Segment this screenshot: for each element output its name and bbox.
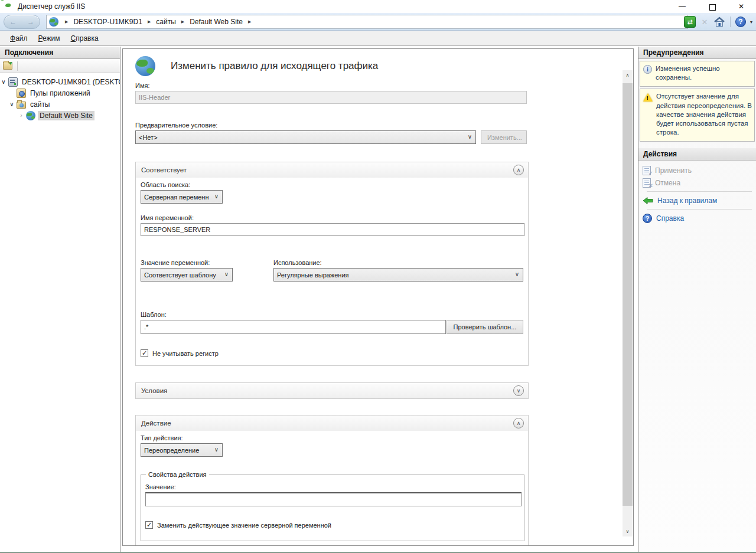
toolbar-separator <box>17 61 18 71</box>
menu-help[interactable]: Справка <box>66 32 104 44</box>
back-nav-icon[interactable]: ← <box>9 18 17 26</box>
alerts-header: Предупреждения <box>638 47 756 59</box>
alert-text: Отсутствует значение для действия переоп… <box>656 92 752 137</box>
apply-icon: ✓ <box>643 166 651 175</box>
breadcrumb-server[interactable]: DESKTOP-U1MK9D1 <box>72 18 143 26</box>
warning-icon: ! <box>643 93 653 102</box>
ignore-case-checkbox[interactable]: ✓ <box>141 349 148 357</box>
breadcrumb-sites[interactable]: сайты <box>155 18 177 26</box>
conditions-section: Условия ∨ <box>135 382 529 399</box>
edit-precondition-button: Изменить... <box>481 130 527 144</box>
connections-panel: Подключения ∨ DESKTOP-U1MK9D1 (DESKTOP П… <box>0 47 120 552</box>
close-button[interactable]: ✕ <box>726 0 756 13</box>
value-input[interactable] <box>145 492 522 506</box>
create-connection-icon[interactable] <box>3 62 12 70</box>
tree-item-label-selected[interactable]: Default Web Site <box>38 111 94 120</box>
vertical-scrollbar[interactable]: ∧ ∨ <box>623 70 633 536</box>
cancel-action: ✕ Отмена <box>643 176 756 189</box>
chevron-down-icon: ∨ <box>515 271 519 277</box>
action-section-title: Действие <box>141 420 171 427</box>
scrollbar-thumb[interactable] <box>623 83 633 506</box>
action-section-body: Тип действия: Переопределение ∨ Свойства… <box>136 431 528 546</box>
forward-nav-icon[interactable]: → <box>27 18 34 26</box>
using-label: Использование: <box>273 259 523 266</box>
menu-file[interactable]: Файл <box>5 32 33 44</box>
cancel-icon: ✕ <box>643 178 651 188</box>
action-type-value: Переопределение <box>144 447 199 454</box>
back-to-rules-link[interactable]: Назад к правилам <box>643 194 756 207</box>
check-icon: ✓ <box>142 349 147 356</box>
tree-item-app-pools[interactable]: Пулы приложений <box>8 87 120 99</box>
actions-list: ✓ Применить ✕ Отмена Назад к правилам ? <box>638 161 756 224</box>
connections-tree: ∨ DESKTOP-U1MK9D1 (DESKTOP Пулы приложен… <box>0 73 120 121</box>
iis-manager-window: Диспетчер служб IIS — ✕ ← → ▶ DESKTOP-U1… <box>0 0 756 553</box>
breadcrumb-bar[interactable]: ▶ DESKTOP-U1MK9D1 ▶ сайты ▶ Default Web … <box>46 15 688 29</box>
scope-select[interactable]: Серверная переменн ∨ <box>141 190 223 204</box>
action-section: Действие ∧ Тип действия: Переопределение… <box>135 415 529 546</box>
match-section-header[interactable]: Соответствует ∧ <box>136 162 528 178</box>
nav-buttons: ← → <box>4 15 40 29</box>
right-panel: Предупреждения i Изменения успешно сохра… <box>638 47 756 552</box>
chevron-down-icon[interactable]: ∨ <box>0 78 7 85</box>
main-area: Подключения ∨ DESKTOP-U1MK9D1 (DESKTOP П… <box>0 47 756 552</box>
separator <box>647 209 752 210</box>
tree-item-label[interactable]: DESKTOP-U1MK9D1 (DESKTOP <box>20 77 120 87</box>
test-pattern-button[interactable]: Проверить шаблон... <box>447 320 523 334</box>
restart-icon[interactable]: ⇄ <box>684 16 696 28</box>
pattern-input[interactable] <box>141 320 446 334</box>
help-dropdown-icon[interactable]: ▾ <box>750 19 752 25</box>
tree-item-label[interactable]: Пулы приложений <box>28 89 92 98</box>
content-area: Изменить правило для исходящего трафика … <box>120 47 638 552</box>
tree-item-label[interactable]: сайты <box>28 100 52 109</box>
tree-item-sites[interactable]: ∨ сайты <box>8 99 120 110</box>
chevron-down-icon: ∨ <box>214 193 219 199</box>
tree-item-default-web-site[interactable]: › Default Web Site <box>18 110 120 121</box>
action-type-select[interactable]: Переопределение ∨ <box>141 443 223 457</box>
scroll-up-button[interactable]: ∧ <box>623 70 633 80</box>
home-icon[interactable] <box>713 17 725 27</box>
conditions-section-header[interactable]: Условия ∨ <box>136 383 528 398</box>
collapse-icon[interactable]: ∧ <box>513 418 524 428</box>
scroll-down-icon: ∨ <box>626 529 630 534</box>
edit-outbound-rule-page: Изменить правило для исходящего трафика … <box>122 48 634 546</box>
chevron-down-icon[interactable]: ∨ <box>8 101 15 107</box>
alert-warning: ! Отсутствует значение для действия пере… <box>640 89 755 142</box>
name-input <box>135 91 527 104</box>
window-controls: — ✕ <box>667 0 756 13</box>
connections-toolbar <box>0 59 120 73</box>
apply-label: Применить <box>655 166 692 175</box>
replace-value-checkbox[interactable]: ✓ <box>145 521 153 529</box>
minimize-icon: — <box>679 2 686 11</box>
minimize-button[interactable]: — <box>667 0 697 13</box>
restore-button[interactable] <box>697 0 726 13</box>
breadcrumb-arrow-icon: ▶ <box>144 19 155 24</box>
back-arrow-icon <box>643 197 653 205</box>
variable-name-input[interactable] <box>141 223 524 236</box>
scroll-down-button[interactable]: ∨ <box>623 526 633 536</box>
chevron-down-icon: ∨ <box>224 271 229 277</box>
help-link[interactable]: ? Справка <box>643 212 756 224</box>
menu-view[interactable]: Режим <box>33 32 66 44</box>
tree-item-server[interactable]: ∨ DESKTOP-U1MK9D1 (DESKTOP <box>0 76 120 87</box>
name-label: Имя: <box>135 82 633 89</box>
back-to-rules-label[interactable]: Назад к правилам <box>657 197 717 205</box>
using-value: Регулярные выражения <box>277 271 349 279</box>
chevron-right-icon[interactable]: › <box>18 112 25 119</box>
breadcrumb-default-web-site[interactable]: Default Web Site <box>188 18 244 26</box>
actions-header: Действия <box>638 148 756 161</box>
help-label[interactable]: Справка <box>656 214 684 222</box>
precondition-select[interactable]: <Нет> ∨ <box>135 130 476 144</box>
action-section-header[interactable]: Действие ∧ <box>136 415 528 431</box>
page-title: Изменить правило для исходящего трафика <box>171 60 378 72</box>
precondition-label: Предварительное условие: <box>135 122 633 129</box>
replace-value-label: Заменить действующее значение серверной … <box>157 522 331 529</box>
variable-value-select[interactable]: Соответствует шаблону ∨ <box>141 268 233 282</box>
address-toolbar: ← → ▶ DESKTOP-U1MK9D1 ▶ сайты ▶ Default … <box>0 13 756 31</box>
separator <box>647 191 752 192</box>
close-icon: ✕ <box>738 2 744 11</box>
scope-value: Серверная переменн <box>144 194 208 201</box>
using-select[interactable]: Регулярные выражения ∨ <box>273 268 523 282</box>
collapse-icon[interactable]: ∧ <box>513 165 524 175</box>
help-icon[interactable]: ? <box>735 17 746 27</box>
expand-icon[interactable]: ∨ <box>513 385 524 396</box>
